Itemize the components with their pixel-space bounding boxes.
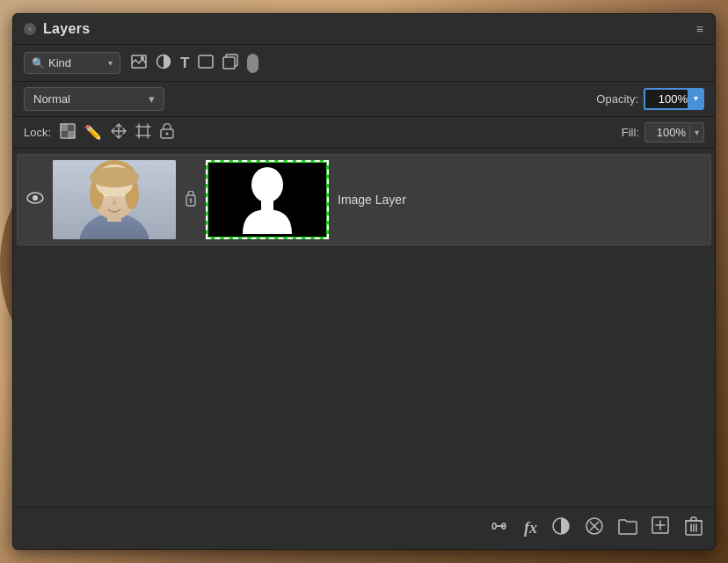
new-group-button[interactable]	[618, 517, 637, 539]
adjustment-filter-icon[interactable]	[156, 54, 171, 73]
svg-point-23	[103, 191, 110, 196]
lock-position-icon[interactable]	[111, 123, 127, 143]
adjustment-layer-button[interactable]	[551, 516, 571, 540]
portrait-image	[53, 160, 176, 239]
svg-point-21	[90, 178, 104, 209]
lock-row: Lock: ✏️	[13, 117, 715, 149]
layer-thumbnail	[53, 160, 176, 239]
svg-rect-31	[261, 199, 273, 211]
svg-point-22	[125, 178, 139, 209]
blend-chevron-icon: ▾	[149, 92, 155, 106]
layer-visibility-icon[interactable]	[26, 192, 44, 208]
fx-label: fx	[524, 519, 537, 537]
lock-image-icon[interactable]: ✏️	[84, 124, 102, 141]
layer-list: Image Layer	[13, 149, 715, 507]
opacity-group: Opacity: 100% ▾	[596, 88, 704, 110]
svg-point-24	[105, 192, 108, 195]
layer-mask[interactable]	[206, 160, 329, 239]
fill-label: Fill:	[622, 126, 639, 139]
filter-toggle-icon[interactable]	[247, 54, 258, 73]
title-bar: × Layers ≡	[13, 14, 715, 45]
blend-row: Normal ▾ Opacity: 100% ▾	[13, 82, 715, 117]
svg-point-28	[190, 198, 193, 201]
panel-title: Layers	[43, 21, 90, 37]
svg-point-20	[92, 160, 136, 195]
smart-object-filter-icon[interactable]	[222, 54, 238, 73]
svg-point-26	[120, 192, 124, 195]
kind-label: Kind	[48, 56, 71, 69]
blend-mode-label: Normal	[33, 92, 70, 106]
search-icon: 🔍	[32, 57, 45, 69]
svg-rect-5	[223, 57, 235, 69]
svg-point-25	[119, 191, 126, 196]
panel-menu-button[interactable]: ≡	[696, 22, 704, 36]
close-button[interactable]: ×	[24, 23, 36, 35]
lock-icons: ✏️	[60, 123, 174, 143]
bottom-toolbar: fx	[13, 507, 715, 549]
svg-point-13	[166, 132, 169, 135]
svg-point-1	[141, 56, 144, 60]
image-filter-icon[interactable]	[131, 55, 147, 72]
kind-dropdown[interactable]: 🔍 Kind ▾	[24, 52, 120, 74]
svg-point-15	[33, 195, 38, 201]
lock-artboard-icon[interactable]	[135, 123, 151, 143]
opacity-chevron-button[interactable]: ▾	[688, 88, 704, 110]
svg-rect-11	[139, 127, 148, 135]
layer-name: Image Layer	[338, 193, 702, 207]
fill-chevron-button[interactable]: ▾	[689, 122, 704, 143]
lock-pixels-icon[interactable]	[60, 123, 76, 143]
link-layers-button[interactable]	[491, 516, 510, 540]
shape-filter-icon[interactable]	[198, 55, 214, 72]
layer-link-icon[interactable]	[185, 191, 197, 209]
filter-bar: 🔍 Kind ▾ T	[13, 45, 715, 82]
layers-panel: × Layers ≡ 🔍 Kind ▾	[12, 13, 716, 550]
title-bar-left: × Layers	[24, 21, 90, 37]
opacity-label: Opacity:	[596, 92, 638, 106]
delete-layer-effect-button[interactable]	[585, 516, 604, 540]
fx-button[interactable]: fx	[524, 519, 537, 537]
new-layer-button[interactable]	[652, 516, 671, 540]
chevron-down-icon: ▾	[108, 58, 113, 68]
fill-group: Fill: 100% ▾	[622, 122, 704, 143]
close-icon: ×	[27, 25, 32, 33]
svg-point-30	[251, 167, 283, 202]
svg-rect-3	[199, 55, 213, 68]
fill-input[interactable]: 100%	[644, 122, 693, 143]
lock-all-icon[interactable]	[160, 123, 174, 143]
blend-mode-dropdown[interactable]: Normal ▾	[24, 87, 164, 111]
lock-label: Lock:	[24, 126, 51, 139]
filter-icons: T	[131, 54, 258, 73]
delete-layer-button[interactable]	[685, 516, 703, 540]
layer-item[interactable]: Image Layer	[17, 154, 711, 245]
type-filter-icon[interactable]: T	[180, 55, 189, 72]
